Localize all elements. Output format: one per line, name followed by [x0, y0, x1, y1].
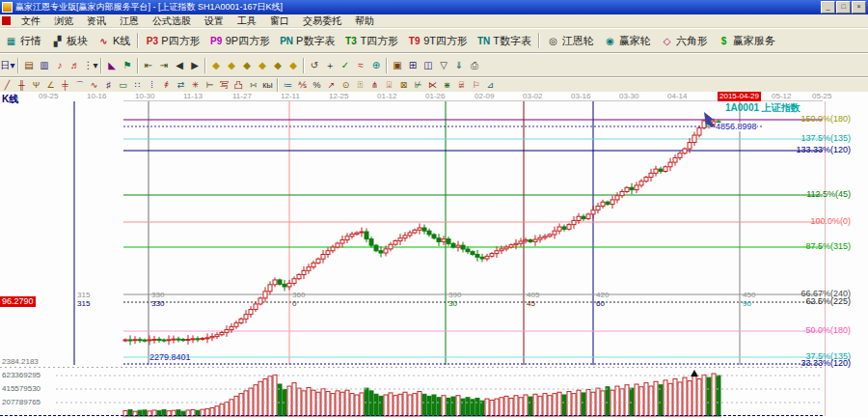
volume-scale-label: 207789765 [2, 399, 41, 406]
cycle-angle-bottom-label: 315 [77, 300, 90, 308]
date-tick: 03-16 [571, 93, 590, 100]
future-date-tick: 05-25 [812, 93, 831, 100]
cycle-angle-bottom-label: 60 [596, 300, 605, 308]
date-tick: 02-09 [475, 93, 494, 100]
date-tick: 12-11 [281, 93, 300, 100]
date-tick: 04-14 [667, 93, 687, 100]
last-price-label: 4856.8998 [716, 123, 757, 131]
gann-percent-label: 62.5%(225) [805, 297, 851, 306]
cycle-angle-top-label: 420 [596, 292, 609, 299]
date-tick: 09-25 [39, 93, 58, 100]
cycle-angle-bottom-label: 30 [448, 300, 457, 308]
left-axis-price-box: 96.2790 [0, 296, 36, 307]
gann-percent-label: 50.0%(180) [805, 326, 851, 335]
gann-percent-label: 100.0%(0) [810, 217, 851, 226]
kline-chart-canvas[interactable] [0, 0, 868, 418]
date-tick: 03-30 [619, 93, 638, 100]
cycle-angle-top-label: 405 [527, 292, 539, 299]
date-tick: 01-12 [377, 93, 396, 100]
index-symbol-label: 1A0001 上证指数 [725, 103, 800, 113]
future-date-tick: 05-12 [772, 93, 791, 100]
start-low-price-label: 2279.8401 [149, 353, 191, 362]
date-tick: 01-26 [425, 93, 445, 100]
cycle-angle-top-label: 450 [743, 292, 755, 299]
volume-scale-label: 415579530 [2, 385, 41, 393]
date-tick: 11-27 [232, 93, 252, 100]
gann-percent-label: 133.33%(120) [796, 146, 851, 154]
cycle-angle-bottom-label: 330 [151, 300, 164, 308]
gann-percent-label: 112.5%(45) [806, 190, 851, 199]
gann-percent-label: 137.5%(135) [800, 134, 851, 143]
date-tick: 12-25 [329, 93, 348, 100]
date-tick: 10-30 [135, 93, 154, 100]
gann-percent-label: 33.33%(120) [800, 359, 851, 368]
application-window: 赢家江恩专业版[赢家内部服务平台] - [上证指数 SH1A0001-167日K… [0, 0, 868, 418]
cycle-angle-top-label: 390 [448, 292, 461, 299]
date-tick: 11-13 [183, 93, 203, 100]
cycle-angle-top-label: 330 [151, 292, 164, 299]
volume-scale-label: 623369295 [2, 372, 41, 379]
gann-percent-label: 150.0%(180) [800, 115, 851, 124]
bottom-left-price-label: 2384.2183 [2, 358, 39, 366]
cycle-angle-bottom-label: 90 [743, 300, 751, 308]
date-tick: 03-02 [523, 93, 542, 100]
current-date-highlight: 2015-04-29 [718, 92, 761, 101]
date-tick: 10-16 [87, 93, 106, 100]
cycle-angle-top-label: 315 [77, 292, 90, 299]
cycle-angle-bottom-label: 0 [292, 300, 296, 308]
pane-tab-kline[interactable]: K线 [2, 95, 18, 104]
cycle-angle-bottom-label: 45 [527, 300, 535, 308]
cycle-angle-top-label: 360 [292, 292, 305, 299]
gann-percent-label: 87.5%(315) [805, 242, 851, 251]
